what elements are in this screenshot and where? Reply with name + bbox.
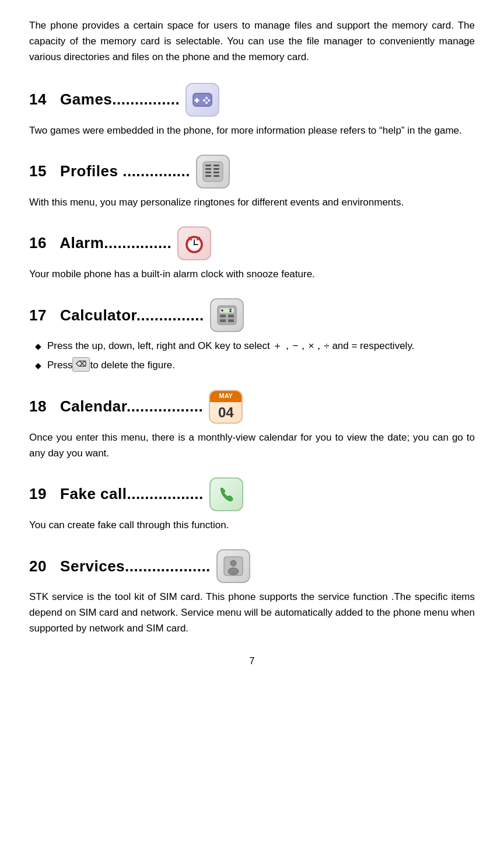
delete-key: ⌫ xyxy=(72,357,90,372)
section-header-17: 17 Calculator............... xyxy=(29,298,475,332)
bullet-item-0: Press the up, down, left, right and OK k… xyxy=(35,338,475,354)
svg-rect-10 xyxy=(205,172,211,173)
calendar-month: MAY xyxy=(210,390,242,402)
section-header-15: 15 Profiles ............... xyxy=(29,155,475,189)
section-header-14: 14 Games............... xyxy=(29,83,475,117)
section-body-18: Once you enter this menu, there is a mon… xyxy=(29,430,475,461)
section-header-16: 16 Alarm............... xyxy=(29,226,475,260)
svg-rect-8 xyxy=(205,165,211,166)
page-number: 7 xyxy=(29,654,475,668)
calendar-day: 04 xyxy=(218,402,234,423)
section-header-19: 19 Fake call................. xyxy=(29,477,475,511)
svg-point-35 xyxy=(230,560,236,566)
svg-point-20 xyxy=(194,243,195,245)
section-header-20: 20 Services................... xyxy=(29,549,475,583)
section-body-14: Two games were embedded in the phone, fo… xyxy=(29,123,475,138)
bullet-list: Press the up, down, left, right and OK k… xyxy=(29,338,475,373)
svg-point-36 xyxy=(228,568,239,575)
section-20: 20 Services................... STK servi… xyxy=(29,549,475,637)
svg-rect-13 xyxy=(214,168,219,170)
svg-rect-2 xyxy=(195,99,200,101)
intro-paragraph: The phone provides a certain space for u… xyxy=(29,18,475,65)
section-15: 15 Profiles ............... With this me… xyxy=(29,155,475,210)
section-body-20: STK service is the tool kit of SIM card.… xyxy=(29,589,475,637)
svg-rect-28 xyxy=(228,319,234,322)
section-title-20: 20 Services................... xyxy=(29,555,211,578)
section-title-14: 14 Games............... xyxy=(29,88,180,111)
section-body-16: Your mobile phone has a built-in alarm c… xyxy=(29,266,475,282)
games-icon xyxy=(186,83,219,117)
svg-rect-15 xyxy=(214,175,219,177)
svg-rect-25 xyxy=(220,315,226,317)
calendar-icon: MAY 04 xyxy=(209,390,243,424)
section-16: 16 Alarm............... Your mobile phon… xyxy=(29,226,475,282)
svg-rect-9 xyxy=(205,168,211,170)
svg-point-5 xyxy=(203,99,205,102)
calculator-icon xyxy=(210,298,244,332)
section-14: 14 Games............... Two games were e… xyxy=(29,83,475,138)
section-title-16: 16 Alarm............... xyxy=(29,232,172,254)
svg-rect-12 xyxy=(214,165,219,166)
svg-point-3 xyxy=(205,97,208,99)
svg-rect-27 xyxy=(220,319,226,322)
services-icon xyxy=(216,549,250,583)
alarm-icon xyxy=(177,226,211,260)
section-19: 19 Fake call................. You can cr… xyxy=(29,477,475,533)
section-17: 17 Calculator............... xyxy=(29,298,475,373)
svg-rect-26 xyxy=(228,315,234,317)
section-18: 18 Calendar................. MAY 04 Once… xyxy=(29,390,475,461)
svg-point-4 xyxy=(208,99,210,102)
fake-call-icon xyxy=(209,477,243,511)
section-title-18: 18 Calendar................. xyxy=(29,395,203,418)
profiles-icon xyxy=(196,155,230,189)
section-title-19: 19 Fake call................. xyxy=(29,483,204,505)
svg-rect-14 xyxy=(214,172,219,173)
section-title-17: 17 Calculator............... xyxy=(29,304,204,327)
sections-container: 14 Games............... Two games were e… xyxy=(29,83,475,637)
section-header-18: 18 Calendar................. MAY 04 xyxy=(29,390,475,424)
svg-point-6 xyxy=(205,102,208,104)
section-body-15: With this menu, you may personalize ring… xyxy=(29,194,475,210)
section-body-19: You can create fake call through this fu… xyxy=(29,517,475,533)
bullet-item-1: Press ⌫ to delete the figure. xyxy=(35,357,475,373)
svg-rect-11 xyxy=(205,175,211,177)
section-title-15: 15 Profiles ............... xyxy=(29,160,190,183)
